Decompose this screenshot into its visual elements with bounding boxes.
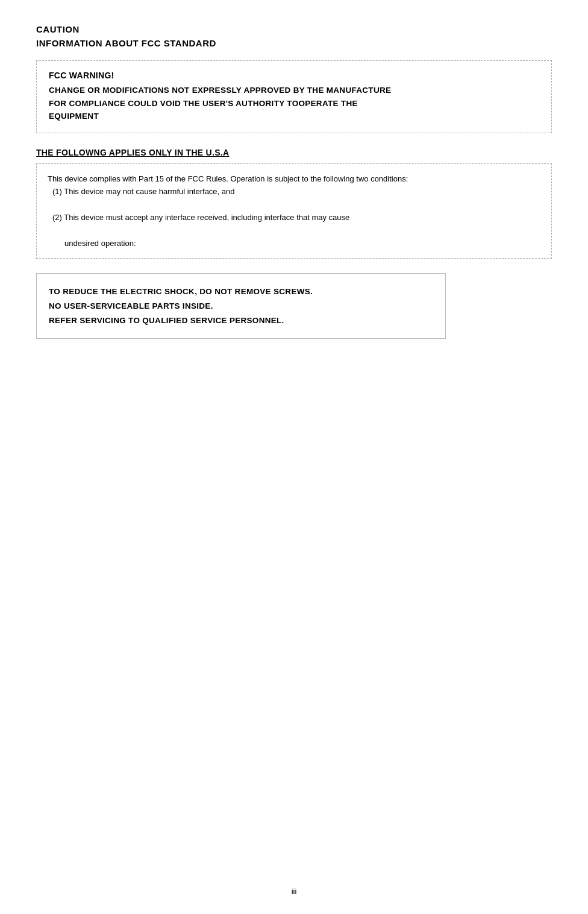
fcc-part15-text: This device complies with Part 15 of the… [48, 172, 540, 250]
service-box: TO REDUCE THE ELECTRIC SHOCK, DO NOT REM… [36, 273, 446, 339]
page-number: iii [292, 887, 297, 896]
service-line3: REFER SERVICING TO QUALIFIED SERVICE PER… [49, 316, 284, 325]
fcc-intro: This device complies with Part 15 of the… [48, 174, 408, 183]
fcc-condition2-start: (2) This device must accept any interfac… [52, 211, 540, 224]
fcc-warning-line1: CHANGE OR MODIFICATIONS NOT EXPRESSLY AP… [49, 86, 391, 95]
service-text: TO REDUCE THE ELECTRIC SHOCK, DO NOT REM… [49, 285, 433, 327]
fcc-part15-box: This device complies with Part 15 of the… [36, 163, 552, 259]
info-subtitle: INFORMATION ABOUT FCC STANDARD [36, 38, 552, 48]
fcc-warning-box: FCC WARNING! CHANGE OR MODIFICATIONS NOT… [36, 60, 552, 133]
fcc-warning-line2: FOR COMPLIANCE COULD VOID THE USER'S AUT… [49, 99, 358, 108]
service-line2: NO USER-SERVICEABLE PARTS INSIDE. [49, 301, 213, 310]
caution-title: CAUTION [36, 24, 552, 34]
followng-section-heading: THE FOLLOWNG APPLIES ONLY IN THE U.S.A [36, 148, 552, 157]
fcc-warning-title: FCC WARNING! [49, 71, 539, 80]
service-line1: TO REDUCE THE ELECTRIC SHOCK, DO NOT REM… [49, 287, 313, 296]
fcc-warning-text: CHANGE OR MODIFICATIONS NOT EXPRESSLY AP… [49, 84, 539, 123]
fcc-warning-line3: EQUIPMENT [49, 112, 99, 121]
fcc-condition2-end: undesired operation: [64, 237, 540, 250]
fcc-condition1: (1) This device may not cause harmful in… [52, 185, 540, 198]
